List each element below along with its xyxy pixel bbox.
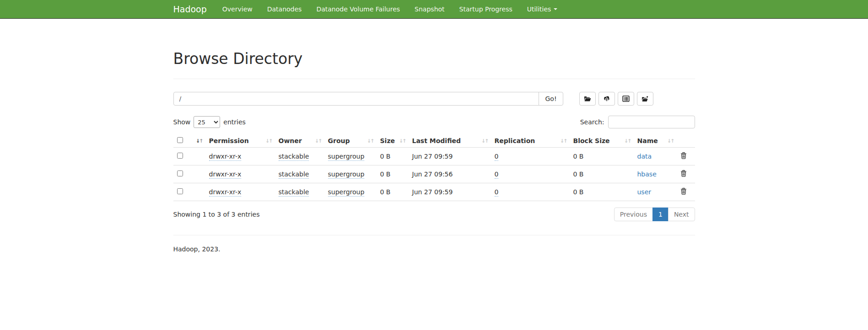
- sort-icon[interactable]: [624, 138, 631, 144]
- nav-item-snapshot[interactable]: Snapshot: [407, 0, 452, 18]
- cell-size: 0 B: [377, 165, 409, 183]
- delete-button[interactable]: [680, 152, 687, 159]
- table-row: drwxr-xr-x stackable supergroup 0 B Jun …: [173, 148, 695, 165]
- sort-icon[interactable]: [667, 138, 674, 144]
- go-button[interactable]: Go!: [539, 92, 563, 106]
- directory-link[interactable]: data: [637, 153, 652, 160]
- sort-icon[interactable]: [265, 138, 272, 144]
- cell-group: supergroup: [324, 165, 377, 183]
- nav-item-overview[interactable]: Overview: [215, 0, 260, 18]
- path-bar: Go!: [173, 92, 695, 106]
- cut-and-paste-button[interactable]: [637, 92, 653, 106]
- search-input[interactable]: [608, 116, 695, 128]
- cell-name: hbase: [634, 165, 677, 183]
- cell-last-modified: Jun 27 09:59: [409, 148, 491, 165]
- cell-owner: stackable: [275, 148, 324, 165]
- trash-icon: [680, 171, 687, 178]
- pagination: Previous 1 Next: [614, 208, 695, 221]
- column-header-owner[interactable]: Owner: [275, 134, 324, 148]
- select-all-checkbox[interactable]: [177, 137, 183, 143]
- table-footer: Showing 1 to 3 of 3 entries Previous 1 N…: [173, 207, 695, 222]
- cell-name: data: [634, 148, 677, 165]
- search-label: Search:: [580, 118, 604, 126]
- cell-block-size: 0 B: [570, 183, 634, 201]
- header-divider: [173, 79, 695, 79]
- caret-down-icon: [554, 8, 557, 10]
- create-directory-button[interactable]: [579, 92, 596, 106]
- cell-select: [173, 165, 205, 183]
- cell-group: supergroup: [324, 183, 377, 201]
- entries-info: Showing 1 to 3 of 3 entries: [173, 207, 260, 222]
- cell-actions: [677, 148, 695, 165]
- column-header-name[interactable]: Name: [634, 134, 677, 148]
- table-controls: Show 25 entries Search:: [173, 116, 695, 128]
- brand-hadoop[interactable]: Hadoop: [173, 4, 207, 14]
- cell-last-modified: Jun 27 09:59: [409, 183, 491, 201]
- sort-icon[interactable]: [196, 138, 202, 144]
- delete-button[interactable]: [680, 170, 687, 177]
- navbar-menu: Overview Datanodes Datanode Volume Failu…: [215, 0, 565, 18]
- cell-replication: 0: [491, 148, 570, 165]
- cell-select: [173, 148, 205, 165]
- cell-size: 0 B: [377, 148, 409, 165]
- cell-group: supergroup: [324, 148, 377, 165]
- entries-label: entries: [223, 118, 246, 126]
- page-length-control: Show 25 entries: [173, 116, 246, 128]
- table-row: drwxr-xr-x stackable supergroup 0 B Jun …: [173, 165, 695, 183]
- cell-block-size: 0 B: [570, 165, 634, 183]
- trash-icon: [680, 189, 687, 196]
- row-checkbox[interactable]: [177, 153, 183, 159]
- column-header-select-all[interactable]: [173, 134, 205, 148]
- table-header-row: Permission Owner Group Size Last Modifie…: [173, 134, 695, 148]
- column-header-replication[interactable]: Replication: [491, 134, 570, 148]
- nav-item-utilities[interactable]: Utilities: [520, 0, 565, 18]
- sort-icon[interactable]: [315, 138, 321, 144]
- pagination-previous[interactable]: Previous: [614, 208, 653, 221]
- trash-icon: [680, 154, 687, 160]
- search-control: Search:: [580, 116, 695, 128]
- cell-actions: [677, 165, 695, 183]
- folder-open-icon: [584, 96, 591, 102]
- table-row: drwxr-xr-x stackable supergroup 0 B Jun …: [173, 183, 695, 201]
- cell-size: 0 B: [377, 183, 409, 201]
- nav-item-datanode-volume-failures[interactable]: Datanode Volume Failures: [309, 0, 407, 18]
- row-checkbox[interactable]: [177, 170, 183, 176]
- delete-button[interactable]: [680, 188, 687, 195]
- directory-table: Permission Owner Group Size Last Modifie…: [173, 134, 695, 201]
- pagination-page-1[interactable]: 1: [653, 208, 669, 221]
- column-header-size[interactable]: Size: [377, 134, 409, 148]
- directory-link[interactable]: hbase: [637, 170, 657, 178]
- column-header-group[interactable]: Group: [324, 134, 377, 148]
- cell-owner: stackable: [275, 183, 324, 201]
- sort-icon[interactable]: [560, 138, 566, 144]
- directory-action-buttons: [579, 92, 656, 106]
- page-size-select[interactable]: 25: [194, 116, 220, 128]
- nav-item-startup-progress[interactable]: Startup Progress: [452, 0, 520, 18]
- sort-icon[interactable]: [399, 138, 405, 144]
- top-navbar: Hadoop Overview Datanodes Datanode Volum…: [0, 0, 868, 19]
- column-header-permission[interactable]: Permission: [205, 134, 275, 148]
- cell-name: user: [634, 183, 677, 201]
- path-input[interactable]: [173, 92, 539, 106]
- cloud-upload-icon: [603, 96, 610, 102]
- folder-move-icon: [642, 96, 649, 102]
- row-checkbox[interactable]: [177, 188, 183, 194]
- cell-actions: [677, 183, 695, 201]
- cell-permission: drwxr-xr-x: [205, 183, 275, 201]
- pagination-next[interactable]: Next: [669, 208, 695, 221]
- column-header-last-modified[interactable]: Last Modified: [409, 134, 491, 148]
- directory-link[interactable]: user: [637, 188, 652, 196]
- list-view-button[interactable]: [618, 92, 634, 106]
- column-header-block-size[interactable]: Block Size: [570, 134, 634, 148]
- page-title: Browse Directory: [173, 51, 695, 67]
- path-input-group: Go!: [173, 92, 563, 106]
- cell-owner: stackable: [275, 165, 324, 183]
- sort-icon[interactable]: [367, 138, 373, 144]
- show-label: Show: [173, 118, 191, 126]
- nav-item-datanodes[interactable]: Datanodes: [260, 0, 309, 18]
- column-header-actions: [677, 134, 695, 148]
- sort-icon[interactable]: [481, 138, 488, 144]
- cell-permission: drwxr-xr-x: [205, 165, 275, 183]
- cell-last-modified: Jun 27 09:56: [409, 165, 491, 183]
- upload-files-button[interactable]: [598, 92, 615, 106]
